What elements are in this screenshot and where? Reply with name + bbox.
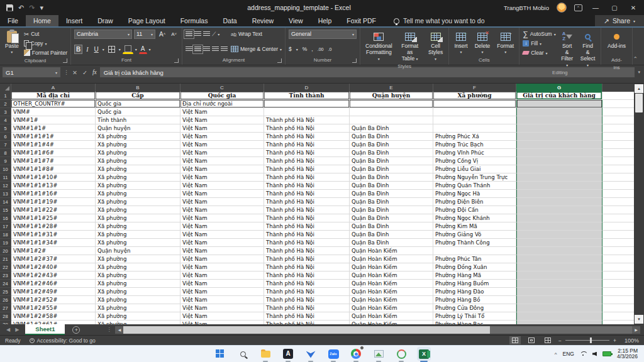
cell-E25[interactable]: Quận Hoàn Kiếm — [350, 288, 433, 296]
cell-G5[interactable] — [516, 124, 602, 133]
cell-F4[interactable] — [433, 116, 516, 124]
cell-E10[interactable]: Quận Ba Đình — [350, 165, 433, 173]
cell-F12[interactable]: Phường Quán Thánh — [433, 182, 516, 190]
tab-view[interactable]: View — [281, 15, 311, 26]
cell-F19[interactable]: Phường Thành Công — [433, 239, 516, 247]
merge-center-button[interactable]: Merge & Center▾ — [231, 45, 282, 53]
cell-D3[interactable] — [264, 108, 350, 116]
scroll-down-icon[interactable]: ▼ — [635, 315, 643, 324]
cell-D28[interactable]: Thành phố Hà Nội — [264, 312, 350, 321]
cell-D22[interactable]: Thành phố Hà Nội — [264, 263, 350, 272]
cell-F1[interactable]: Xã phường — [433, 92, 516, 100]
row-header-16[interactable]: 16 — [0, 214, 11, 222]
vertical-scroll-thumb[interactable] — [635, 94, 643, 112]
copy-button[interactable]: Copy▾ — [24, 39, 67, 48]
green-app-button[interactable] — [394, 347, 408, 361]
row-header-28[interactable]: 28 — [0, 312, 11, 321]
language-indicator[interactable]: ENG — [562, 351, 574, 357]
cell-E20[interactable]: Quận Hoàn Kiếm — [350, 247, 433, 255]
page-layout-view-button[interactable] — [526, 336, 537, 344]
zalo-button[interactable]: Zalo — [326, 347, 340, 361]
cut-button[interactable]: ✂Cut — [24, 30, 67, 38]
cell-B22[interactable]: Xã phường — [96, 263, 180, 272]
increase-indent-icon[interactable] — [221, 47, 228, 52]
top-align-icon[interactable] — [186, 31, 192, 37]
row-header-25[interactable]: 25 — [0, 288, 11, 296]
increase-decimal-button[interactable]: .00 — [318, 47, 324, 52]
cell-C7[interactable]: Việt Nam — [180, 141, 264, 149]
cell-A28[interactable]: VNM#1#2#58# — [11, 312, 96, 321]
scroll-right-icon[interactable]: ▶ — [632, 326, 640, 334]
cell-E26[interactable]: Quận Hoàn Kiếm — [350, 296, 433, 304]
cell-B13[interactable]: Xã phường — [96, 190, 180, 198]
column-header-E[interactable]: E — [350, 84, 433, 92]
cell-G15[interactable] — [516, 206, 602, 214]
cell-F11[interactable]: Phường Nguyễn Trung Trực — [433, 173, 516, 182]
tab-help[interactable]: Help — [311, 15, 340, 26]
cell-B15[interactable]: Xã phường — [96, 206, 180, 214]
cell-G18[interactable] — [516, 231, 602, 239]
cell-C3[interactable]: Việt Nam — [180, 108, 264, 116]
share-button[interactable]: ↗ Share ▾ — [595, 15, 644, 26]
cell-A3[interactable]: VNM# — [11, 108, 96, 116]
cell-G27[interactable] — [516, 304, 602, 312]
cell-G19[interactable] — [516, 239, 602, 247]
cell-A23[interactable]: VNM#1#2#43# — [11, 272, 96, 280]
cell-G25[interactable] — [516, 288, 602, 296]
maximize-button[interactable]: ▢ — [609, 4, 620, 11]
ribbon-display-options-icon[interactable]: ⌃ — [574, 4, 582, 11]
cell-D6[interactable]: Thành phố Hà Nội — [264, 133, 350, 141]
cell-B14[interactable]: Xã phường — [96, 198, 180, 206]
save-icon[interactable] — [6, 4, 13, 11]
cell-C18[interactable]: Việt Nam — [180, 231, 264, 239]
italic-button[interactable]: I — [84, 45, 90, 54]
column-header-F[interactable]: F — [433, 84, 516, 92]
scroll-left-icon[interactable]: ◀ — [115, 326, 123, 334]
cell-E23[interactable]: Quận Hoàn Kiếm — [350, 272, 433, 280]
cell-D17[interactable]: Thành phố Hà Nội — [264, 222, 350, 231]
cell-C19[interactable]: Việt Nam — [180, 239, 264, 247]
cell-E7[interactable]: Quận Ba Đình — [350, 141, 433, 149]
cell-A10[interactable]: VNM#1#1#8# — [11, 165, 96, 173]
cell-B18[interactable]: Xã phường — [96, 231, 180, 239]
cell-B2[interactable]: Quốc gia — [96, 100, 180, 108]
close-button[interactable]: ✕ — [628, 4, 639, 11]
row-header-27[interactable]: 27 — [0, 304, 11, 312]
tab-draw[interactable]: Draw — [90, 15, 121, 26]
row-header-17[interactable]: 17 — [0, 222, 11, 231]
taskbar-search-button[interactable] — [236, 347, 250, 361]
cell-F5[interactable] — [433, 124, 516, 133]
row-header-20[interactable]: 20 — [0, 247, 11, 255]
cell-G8[interactable] — [516, 149, 602, 157]
shrink-font-button[interactable]: A˅ — [169, 30, 179, 39]
cell-E9[interactable]: Quận Ba Đình — [350, 157, 433, 165]
cell-A22[interactable]: VNM#1#2#40# — [11, 263, 96, 272]
cell-F6[interactable]: Phường Phúc Xá — [433, 133, 516, 141]
cell-C27[interactable]: Việt Nam — [180, 304, 264, 312]
cell-E1[interactable]: Quận huyện — [350, 92, 433, 100]
file-explorer-button[interactable] — [258, 347, 272, 361]
cell-E24[interactable]: Quận Hoàn Kiếm — [350, 280, 433, 288]
cell-D18[interactable]: Thành phố Hà Nội — [264, 231, 350, 239]
row-header-9[interactable]: 9 — [0, 157, 11, 165]
cell-B5[interactable]: Quận huyện — [96, 124, 180, 133]
cell-A16[interactable]: VNM#1#1#25# — [11, 214, 96, 222]
tab-insert[interactable]: Insert — [58, 15, 90, 26]
cell-D24[interactable]: Thành phố Hà Nội — [264, 280, 350, 288]
cell-E4[interactable] — [350, 116, 433, 124]
cell-G20[interactable] — [516, 247, 602, 255]
tray-overflow-icon[interactable]: ^ — [555, 351, 557, 357]
scroll-up-icon[interactable]: ▲ — [635, 84, 643, 93]
cell-B3[interactable]: Quốc gia — [96, 108, 180, 116]
number-format-combo[interactable]: General▾ — [289, 30, 357, 39]
column-header-A[interactable]: A — [11, 84, 96, 92]
cell-B7[interactable]: Xã phường — [96, 141, 180, 149]
cell-A1[interactable]: Mã địa chỉ — [11, 92, 96, 100]
cell-D11[interactable]: Thành phố Hà Nội — [264, 173, 350, 182]
number-dialog-launcher[interactable] — [352, 58, 357, 63]
cell-A6[interactable]: VNM#1#1#1# — [11, 133, 96, 141]
cell-D10[interactable]: Thành phố Hà Nội — [264, 165, 350, 173]
cell-G17[interactable] — [516, 222, 602, 231]
cell-C5[interactable]: Việt Nam — [180, 124, 264, 133]
cell-G10[interactable] — [516, 165, 602, 173]
